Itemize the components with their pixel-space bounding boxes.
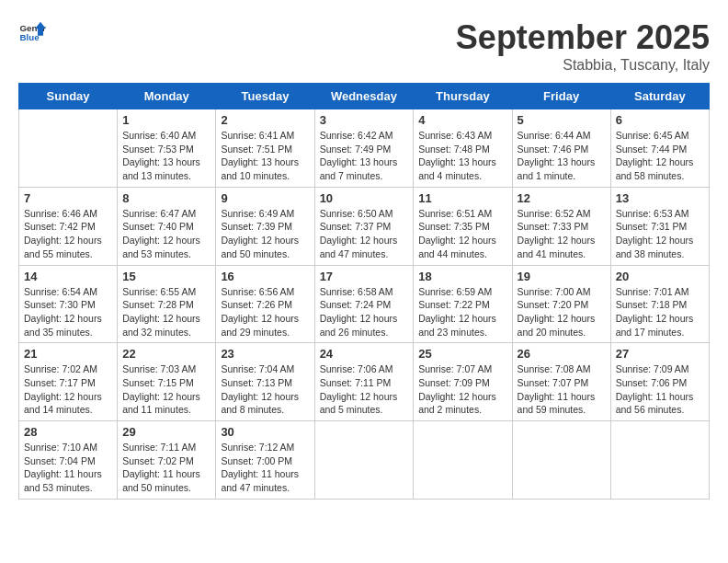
day-number: 21	[24, 347, 112, 361]
day-number: 5	[518, 113, 606, 127]
day-number: 13	[616, 191, 704, 205]
calendar-cell	[610, 421, 709, 500]
day-number: 24	[320, 347, 409, 361]
logo-icon: General Blue	[18, 18, 46, 46]
day-number: 16	[221, 270, 309, 283]
day-info: Sunrise: 7:07 AMSunset: 7:09 PMDaylight:…	[418, 362, 506, 417]
day-header-wednesday: Wednesday	[314, 84, 414, 109]
calendar-cell: 20Sunrise: 7:01 AMSunset: 7:18 PMDayligh…	[610, 265, 709, 343]
calendar-cell: 11Sunrise: 6:51 AMSunset: 7:35 PMDayligh…	[414, 187, 512, 265]
day-info: Sunrise: 6:45 AMSunset: 7:44 PMDaylight:…	[616, 129, 704, 183]
calendar: SundayMondayTuesdayWednesdayThursdayFrid…	[18, 83, 710, 500]
day-info: Sunrise: 6:51 AMSunset: 7:35 PMDaylight:…	[418, 207, 506, 261]
day-number: 22	[122, 347, 210, 361]
day-number: 18	[418, 270, 506, 283]
days-header-row: SundayMondayTuesdayWednesdayThursdayFrid…	[19, 84, 710, 109]
calendar-cell: 12Sunrise: 6:52 AMSunset: 7:33 PMDayligh…	[512, 187, 610, 265]
day-number: 4	[418, 113, 506, 127]
logo: General Blue	[18, 18, 46, 46]
day-header-sunday: Sunday	[19, 84, 118, 109]
week-row-3: 14Sunrise: 6:54 AMSunset: 7:30 PMDayligh…	[19, 265, 710, 343]
day-number: 11	[418, 191, 506, 205]
calendar-cell: 8Sunrise: 6:47 AMSunset: 7:40 PMDaylight…	[118, 187, 216, 265]
day-number: 7	[24, 191, 112, 205]
day-info: Sunrise: 7:01 AMSunset: 7:18 PMDaylight:…	[616, 285, 704, 339]
calendar-cell: 3Sunrise: 6:42 AMSunset: 7:49 PMDaylight…	[314, 109, 414, 188]
day-info: Sunrise: 6:43 AMSunset: 7:48 PMDaylight:…	[418, 129, 506, 183]
day-info: Sunrise: 6:42 AMSunset: 7:49 PMDaylight:…	[320, 129, 409, 183]
calendar-cell: 5Sunrise: 6:44 AMSunset: 7:46 PMDaylight…	[512, 109, 610, 188]
calendar-cell	[314, 421, 414, 500]
calendar-cell: 28Sunrise: 7:10 AMSunset: 7:04 PMDayligh…	[19, 421, 118, 500]
calendar-cell: 21Sunrise: 7:02 AMSunset: 7:17 PMDayligh…	[19, 343, 118, 421]
calendar-cell: 13Sunrise: 6:53 AMSunset: 7:31 PMDayligh…	[610, 187, 709, 265]
day-header-friday: Friday	[512, 84, 610, 109]
day-info: Sunrise: 6:56 AMSunset: 7:26 PMDaylight:…	[221, 285, 309, 339]
calendar-cell: 2Sunrise: 6:41 AMSunset: 7:51 PMDaylight…	[216, 109, 314, 188]
day-number: 6	[616, 113, 704, 127]
day-info: Sunrise: 6:54 AMSunset: 7:30 PMDaylight:…	[24, 285, 112, 339]
day-info: Sunrise: 6:52 AMSunset: 7:33 PMDaylight:…	[518, 207, 606, 261]
header: General Blue September 2025 Stabbia, Tus…	[18, 18, 710, 74]
day-info: Sunrise: 7:03 AMSunset: 7:15 PMDaylight:…	[122, 362, 210, 417]
week-row-2: 7Sunrise: 6:46 AMSunset: 7:42 PMDaylight…	[19, 187, 710, 265]
day-number: 27	[616, 347, 704, 361]
location-title: Stabbia, Tuscany, Italy	[456, 57, 710, 74]
calendar-cell: 30Sunrise: 7:12 AMSunset: 7:00 PMDayligh…	[216, 421, 314, 500]
day-info: Sunrise: 7:04 AMSunset: 7:13 PMDaylight:…	[221, 362, 309, 417]
week-row-5: 28Sunrise: 7:10 AMSunset: 7:04 PMDayligh…	[19, 421, 710, 500]
day-number: 1	[122, 113, 210, 127]
calendar-cell	[512, 421, 610, 500]
calendar-cell: 18Sunrise: 6:59 AMSunset: 7:22 PMDayligh…	[414, 265, 512, 343]
calendar-cell: 17Sunrise: 6:58 AMSunset: 7:24 PMDayligh…	[314, 265, 414, 343]
calendar-cell: 4Sunrise: 6:43 AMSunset: 7:48 PMDaylight…	[414, 109, 512, 188]
day-header-thursday: Thursday	[414, 84, 512, 109]
day-header-saturday: Saturday	[610, 84, 709, 109]
day-info: Sunrise: 7:12 AMSunset: 7:00 PMDaylight:…	[221, 441, 309, 495]
day-info: Sunrise: 7:09 AMSunset: 7:06 PMDaylight:…	[616, 362, 704, 417]
day-number: 2	[221, 113, 309, 127]
day-number: 3	[320, 113, 409, 127]
calendar-cell: 15Sunrise: 6:55 AMSunset: 7:28 PMDayligh…	[118, 265, 216, 343]
day-info: Sunrise: 6:41 AMSunset: 7:51 PMDaylight:…	[221, 129, 309, 183]
svg-text:Blue: Blue	[20, 32, 40, 42]
calendar-cell: 29Sunrise: 7:11 AMSunset: 7:02 PMDayligh…	[118, 421, 216, 500]
day-number: 14	[24, 270, 112, 283]
calendar-cell: 27Sunrise: 7:09 AMSunset: 7:06 PMDayligh…	[610, 343, 709, 421]
day-info: Sunrise: 6:46 AMSunset: 7:42 PMDaylight:…	[24, 207, 112, 261]
day-number: 29	[122, 425, 210, 439]
calendar-cell: 19Sunrise: 7:00 AMSunset: 7:20 PMDayligh…	[512, 265, 610, 343]
day-info: Sunrise: 7:11 AMSunset: 7:02 PMDaylight:…	[122, 441, 210, 495]
day-number: 30	[221, 425, 309, 439]
calendar-cell	[19, 109, 118, 188]
calendar-cell	[414, 421, 512, 500]
calendar-cell: 14Sunrise: 6:54 AMSunset: 7:30 PMDayligh…	[19, 265, 118, 343]
month-title: September 2025	[456, 18, 710, 57]
calendar-cell: 9Sunrise: 6:49 AMSunset: 7:39 PMDaylight…	[216, 187, 314, 265]
day-number: 23	[221, 347, 309, 361]
day-number: 9	[221, 191, 309, 205]
day-number: 19	[518, 270, 606, 283]
day-info: Sunrise: 7:02 AMSunset: 7:17 PMDaylight:…	[24, 362, 112, 417]
calendar-cell: 10Sunrise: 6:50 AMSunset: 7:37 PMDayligh…	[314, 187, 414, 265]
day-number: 15	[122, 270, 210, 283]
calendar-cell: 6Sunrise: 6:45 AMSunset: 7:44 PMDaylight…	[610, 109, 709, 188]
day-info: Sunrise: 6:49 AMSunset: 7:39 PMDaylight:…	[221, 207, 309, 261]
day-info: Sunrise: 6:55 AMSunset: 7:28 PMDaylight:…	[122, 285, 210, 339]
day-header-monday: Monday	[118, 84, 216, 109]
week-row-1: 1Sunrise: 6:40 AMSunset: 7:53 PMDaylight…	[19, 109, 710, 188]
day-header-tuesday: Tuesday	[216, 84, 314, 109]
day-info: Sunrise: 6:59 AMSunset: 7:22 PMDaylight:…	[418, 285, 506, 339]
calendar-cell: 16Sunrise: 6:56 AMSunset: 7:26 PMDayligh…	[216, 265, 314, 343]
title-area: September 2025 Stabbia, Tuscany, Italy	[456, 18, 710, 74]
day-info: Sunrise: 6:47 AMSunset: 7:40 PMDaylight:…	[122, 207, 210, 261]
day-number: 26	[518, 347, 606, 361]
day-info: Sunrise: 7:00 AMSunset: 7:20 PMDaylight:…	[518, 285, 606, 339]
day-number: 28	[24, 425, 112, 439]
day-number: 8	[122, 191, 210, 205]
calendar-cell: 22Sunrise: 7:03 AMSunset: 7:15 PMDayligh…	[118, 343, 216, 421]
day-info: Sunrise: 6:50 AMSunset: 7:37 PMDaylight:…	[320, 207, 409, 261]
day-number: 12	[518, 191, 606, 205]
day-info: Sunrise: 6:58 AMSunset: 7:24 PMDaylight:…	[320, 285, 409, 339]
day-number: 17	[320, 270, 409, 283]
